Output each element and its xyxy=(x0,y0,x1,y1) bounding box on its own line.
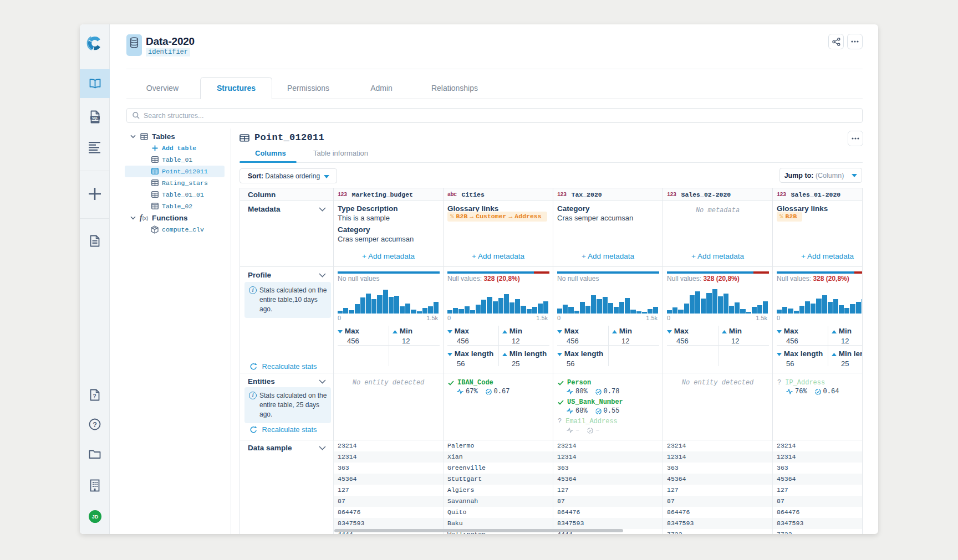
svg-text:?: ? xyxy=(93,393,96,399)
svg-text:?: ? xyxy=(93,421,97,429)
svg-text:SQL: SQL xyxy=(91,116,98,120)
